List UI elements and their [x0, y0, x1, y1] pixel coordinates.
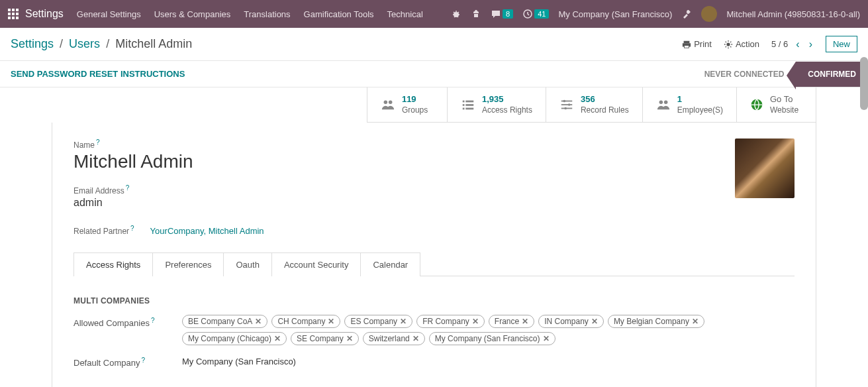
breadcrumb: Settings / Users / Mitchell Admin: [11, 37, 192, 51]
activities-badge: 41: [534, 9, 549, 19]
stat-access-rights[interactable]: 1,935Access Rights: [447, 87, 546, 122]
menu-general[interactable]: General Settings: [77, 9, 141, 19]
help-icon[interactable]: ?: [151, 317, 155, 324]
remove-icon[interactable]: ✕: [274, 334, 281, 343]
company-tag[interactable]: CH Company✕: [271, 315, 340, 328]
svg-rect-22: [465, 108, 473, 110]
stat-record-rules[interactable]: 356Record Rules: [546, 87, 642, 122]
remove-icon[interactable]: ✕: [692, 317, 699, 326]
status-confirmed[interactable]: CONFIRMED: [796, 62, 868, 87]
remove-icon[interactable]: ✕: [472, 317, 479, 326]
svg-rect-5: [16, 13, 19, 15]
chef-icon[interactable]: [471, 9, 481, 19]
remove-icon[interactable]: ✕: [328, 317, 334, 326]
remove-icon[interactable]: ✕: [522, 317, 528, 326]
main-menu: General Settings Users & Companies Trans…: [77, 9, 451, 19]
remove-icon[interactable]: ✕: [346, 334, 353, 343]
scrollbar[interactable]: [860, 57, 868, 110]
company-tag[interactable]: BE Company CoA✕: [182, 315, 267, 328]
tab-calendar[interactable]: Calendar: [360, 252, 420, 276]
allowed-companies-row: Allowed Companies? BE Company CoA✕ CH Co…: [73, 315, 795, 345]
breadcrumb-bar: Settings / Users / Mitchell Admin Print …: [0, 28, 868, 61]
pager-next[interactable]: ›: [808, 38, 814, 50]
print-button[interactable]: Print: [682, 39, 712, 49]
tools-icon[interactable]: [681, 9, 692, 19]
svg-rect-8: [16, 17, 19, 19]
crumb-users[interactable]: Users: [69, 37, 100, 50]
svg-point-29: [659, 101, 663, 105]
tab-preferences[interactable]: Preferences: [152, 252, 224, 276]
messages-icon[interactable]: 8: [491, 9, 513, 19]
company-tag[interactable]: SE Company✕: [291, 332, 359, 345]
tab-access-rights[interactable]: Access Rights: [73, 252, 153, 276]
svg-rect-11: [684, 40, 690, 43]
company-tag[interactable]: ES Company✕: [344, 315, 412, 328]
remove-icon[interactable]: ✕: [412, 334, 419, 343]
default-company-row: Default Company? My Company (San Francis…: [73, 355, 795, 368]
svg-rect-20: [465, 104, 473, 106]
related-partner-link[interactable]: YourCompany, Mitchell Admin: [150, 226, 264, 236]
globe-icon: [750, 98, 763, 111]
help-icon[interactable]: ?: [96, 138, 100, 146]
stat-label: Groups: [402, 105, 428, 116]
status-row: SEND PASSWORD RESET INSTRUCTIONS NEVER C…: [0, 61, 868, 87]
pager-count: 5 / 6: [771, 39, 788, 49]
stat-num: 356: [581, 94, 629, 105]
tab-oauth[interactable]: Oauth: [223, 252, 271, 276]
svg-point-15: [383, 101, 387, 105]
svg-rect-6: [8, 17, 11, 19]
crumb-root[interactable]: Settings: [11, 37, 54, 50]
menu-translations[interactable]: Translations: [244, 9, 290, 19]
remove-icon[interactable]: ✕: [591, 317, 598, 326]
remove-icon[interactable]: ✕: [400, 317, 407, 326]
menu-gamification[interactable]: Gamification Tools: [304, 9, 374, 19]
help-icon[interactable]: ?: [126, 184, 130, 192]
send-password-reset[interactable]: SEND PASSWORD RESET INSTRUCTIONS: [0, 61, 195, 87]
company-tag[interactable]: My Company (Chicago)✕: [182, 332, 287, 345]
default-company-value: My Company (San Francisco): [182, 355, 296, 366]
list-icon: [461, 97, 475, 112]
action-button[interactable]: Action: [724, 39, 759, 49]
new-button[interactable]: New: [826, 36, 857, 52]
help-icon[interactable]: ?: [141, 357, 145, 364]
user-avatar[interactable]: [701, 6, 717, 22]
company-tag[interactable]: France✕: [489, 315, 534, 328]
stat-num: Go To: [770, 94, 798, 105]
allowed-companies-tags[interactable]: BE Company CoA✕ CH Company✕ ES Company✕ …: [182, 315, 795, 345]
remove-icon[interactable]: ✕: [543, 334, 550, 343]
activities-icon[interactable]: 41: [522, 9, 549, 19]
svg-rect-4: [12, 13, 15, 15]
stat-groups[interactable]: 119Groups: [367, 87, 447, 122]
brand-title[interactable]: Settings: [25, 8, 64, 20]
company-tag[interactable]: Switzerland✕: [363, 332, 425, 345]
status-never[interactable]: NEVER CONNECTED: [693, 62, 796, 87]
menu-users[interactable]: Users & Companies: [154, 9, 231, 19]
menu-technical[interactable]: Technical: [387, 9, 423, 19]
help-icon[interactable]: ?: [130, 225, 134, 232]
apps-icon[interactable]: [8, 9, 19, 19]
bug-icon[interactable]: [451, 9, 461, 19]
name-label: Name?: [73, 138, 795, 150]
stat-label: Employee(S): [677, 105, 723, 116]
svg-rect-25: [561, 104, 573, 105]
tab-account-security[interactable]: Account Security: [271, 252, 362, 276]
stat-website[interactable]: Go ToWebsite: [736, 87, 816, 122]
company-selector[interactable]: My Company (San Francisco): [558, 9, 672, 19]
status-tabs: NEVER CONNECTED CONFIRMED: [693, 62, 868, 87]
pager-prev[interactable]: ‹: [795, 38, 800, 50]
company-tag[interactable]: FR Company✕: [416, 315, 485, 328]
user-name[interactable]: Mitchell Admin (49850831-16-0-all): [726, 9, 860, 19]
svg-point-16: [389, 101, 393, 105]
sliders-icon: [559, 97, 574, 112]
svg-rect-13: [685, 45, 689, 48]
remove-icon[interactable]: ✕: [255, 317, 262, 326]
user-photo[interactable]: [735, 138, 795, 198]
stat-num: 1,935: [482, 94, 532, 105]
svg-rect-7: [12, 17, 15, 19]
content: 119Groups 1,935Access Rights 356Record R…: [0, 87, 868, 387]
company-tag[interactable]: My Belgian Company✕: [608, 315, 704, 328]
company-tag[interactable]: My Company (San Francisco)✕: [429, 332, 555, 345]
stat-employees[interactable]: 1Employee(S): [642, 87, 736, 122]
company-tag[interactable]: IN Company✕: [538, 315, 604, 328]
stat-label: Record Rules: [581, 105, 629, 116]
